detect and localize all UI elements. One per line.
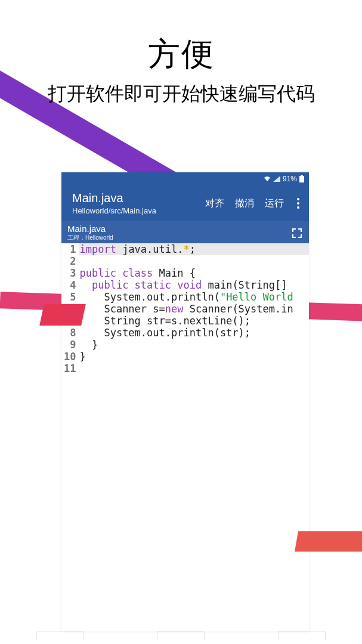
code-editor[interactable]: 1234567891011 import java.util.*;public … (61, 243, 309, 631)
nav-back-outline (36, 631, 84, 640)
promo-headline: 方便 打开软件即可开始快速编写代码 (0, 33, 362, 107)
svg-rect-1 (301, 175, 303, 177)
more-menu-icon[interactable] (295, 198, 302, 209)
tab-filename[interactable]: Main.java (67, 224, 113, 234)
tab-bar: Main.java 工程：Helloworld (61, 221, 309, 243)
code-line[interactable] (79, 363, 309, 374)
code-line[interactable]: public class Main { (79, 267, 309, 279)
code-line[interactable]: System.out.println("Hello World (79, 291, 309, 303)
tab-project-label: 工程：Helloworld (67, 234, 113, 242)
app-screenshot-frame: 91% Main.java Helloworld/src/Main.java 对… (61, 172, 309, 631)
code-content[interactable]: import java.util.*;public class Main { p… (79, 243, 309, 631)
svg-rect-0 (299, 176, 304, 182)
line-number: 2 (64, 255, 76, 267)
wifi-icon (264, 176, 271, 182)
system-nav-hint (0, 631, 362, 640)
code-line[interactable]: } (79, 339, 309, 351)
run-button[interactable]: 运行 (265, 197, 284, 210)
battery-icon (299, 175, 304, 182)
decorative-block-red-left (39, 304, 86, 326)
fullscreen-icon[interactable] (291, 227, 303, 239)
code-line[interactable]: public static void main(String[] (79, 279, 309, 291)
headline-title: 方便 (0, 33, 362, 76)
code-line[interactable]: import java.util.*; (79, 243, 309, 255)
decorative-block-red-right (295, 531, 362, 552)
app-bar: Main.java Helloworld/src/Main.java 对齐 撤消… (61, 185, 309, 221)
undo-button[interactable]: 撤消 (235, 197, 254, 210)
nav-home-outline (157, 631, 205, 640)
code-line[interactable]: Scanner s=new Scanner(System.in (79, 303, 309, 315)
headline-subtitle: 打开软件即可开始快速编写代码 (0, 81, 362, 107)
status-bar: 91% (61, 172, 309, 185)
line-number: 3 (64, 267, 76, 279)
appbar-title: Main.java (72, 191, 205, 205)
align-button[interactable]: 对齐 (205, 197, 224, 210)
code-line[interactable]: System.out.println(str); (79, 327, 309, 339)
line-number: 1 (64, 243, 76, 255)
code-line[interactable] (79, 255, 309, 267)
battery-percent: 91% (283, 175, 297, 183)
line-number: 8 (64, 327, 76, 339)
line-number: 4 (64, 279, 76, 291)
line-number: 5 (64, 291, 76, 303)
nav-recent-outline (278, 631, 326, 640)
line-number: 10 (64, 351, 76, 363)
line-number-gutter: 1234567891011 (61, 243, 79, 631)
line-number: 9 (64, 339, 76, 351)
code-line[interactable]: String str=s.nextLine(); (79, 315, 309, 327)
appbar-subtitle: Helloworld/src/Main.java (72, 206, 205, 215)
signal-icon (273, 176, 280, 182)
line-number: 11 (64, 363, 76, 374)
code-line[interactable]: } (79, 351, 309, 363)
